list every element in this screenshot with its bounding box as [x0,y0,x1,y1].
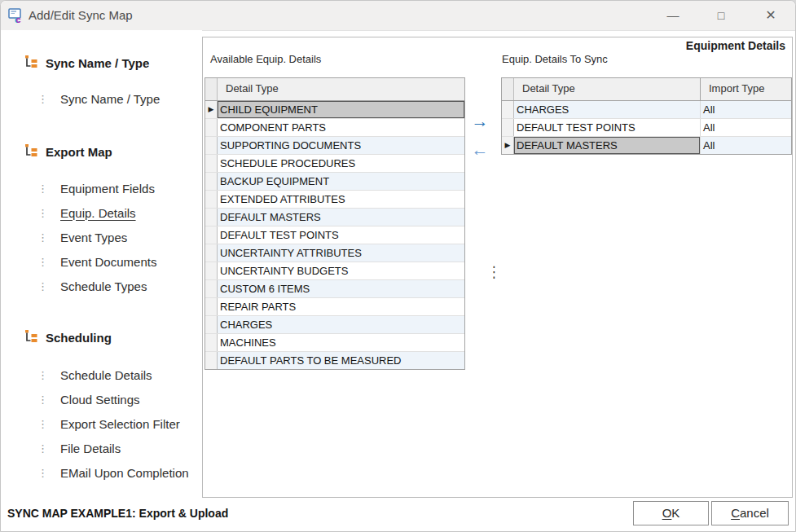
grid-row[interactable]: COMPONENT PARTS [205,119,464,137]
sidebar-item-label: Event Documents [60,255,156,269]
close-button[interactable]: ✕ [751,1,790,30]
indicator-header-cell [205,78,218,100]
move-left-button[interactable]: ← [468,141,491,159]
add-edit-sync-map-dialog: c c Add/Edit Sync Map — □ ✕ Sync Name / … [0,0,796,532]
drag-dots-icon: ⋮ [37,394,48,405]
grid-row[interactable]: DEFAULT TEST POINTS All [502,119,791,137]
grid-row[interactable]: DEFAULT MASTERS [205,209,464,226]
sidebar: Sync Name / Type ⋮ Sync Name / Type Expo… [1,30,202,499]
indicator-cell [205,137,218,154]
detail-type-cell: UNCERTAINTY ATTRIBUTES [218,244,464,262]
sidebar-item-schedule-details[interactable]: ⋮ Schedule Details [1,366,152,384]
section-tree-icon [24,55,38,71]
ok-accel: O [662,506,672,520]
grid-header-row: Detail Type [205,78,464,101]
details-to-sync-grid: Detail Type Import Type CHARGES All DEFA… [501,77,792,155]
indicator-cell [205,209,218,226]
detail-type-cell: REPAIR PARTS [218,298,464,315]
sidebar-item-event-types[interactable]: ⋮ Event Types [1,228,127,246]
sidebar-item-label: EMail Upon Completion [60,466,189,480]
indicator-cell [205,280,218,297]
footer-bar: SYNC MAP EXAMPLE1: Export & Upload OK Ca… [1,499,796,532]
sidebar-item-label: Equipment Fields [60,182,155,196]
grid-row[interactable]: DEFAULT PARTS TO BE MEASURED [205,352,464,369]
minimize-button[interactable]: — [653,1,693,30]
indicator-cell [205,226,218,244]
drag-dots-icon: ⋮ [37,281,48,292]
ok-rest: K [671,506,679,520]
detail-type-cell: CHARGES [514,101,701,118]
grid-row[interactable]: SCHEDULE PROCEDURES [205,155,464,173]
sidebar-item-label: Schedule Details [60,368,152,382]
indicator-cell [205,173,218,190]
detail-type-cell: BACKUP EQUIPMENT [218,173,464,190]
sidebar-item-cloud-settings[interactable]: ⋮ Cloud Settings [1,390,140,408]
indicator-cell [205,191,218,208]
indicator-cell: ▶ [205,101,218,118]
column-header-detail-type[interactable]: Detail Type [514,78,701,100]
sidebar-item-label: Sync Name / Type [60,92,160,106]
available-details-grid: Detail Type ▶ CHILD EQUIPMENT COMPONENT … [204,77,465,370]
drag-dots-icon: ⋮ [37,443,48,454]
detail-type-cell: DEFAULT MASTERS [218,209,464,226]
detail-type-cell: SUPPORTING DOCUMENTS [218,137,464,154]
cancel-accel: C [731,506,740,520]
column-header-detail-type[interactable]: Detail Type [218,78,464,100]
grid-row-selected[interactable]: ▶ DEFAULT MASTERS All [502,137,791,154]
move-right-button[interactable]: → [468,112,491,130]
import-type-cell: All [701,101,791,118]
splitter-handle-icon[interactable]: ⋮ [488,263,500,282]
drag-dots-icon: ⋮ [37,208,48,218]
detail-type-cell: DEFAULT TEST POINTS [218,226,464,244]
to-sync-list-label: Equip. Details To Sync [502,53,608,65]
grid-row[interactable]: EXTENDED ATTRIBUTES [205,191,464,209]
sync-map-status-text: SYNC MAP EXAMPLE1: Export & Upload [7,507,228,520]
indicator-cell [205,244,218,262]
drag-dots-icon: ⋮ [37,419,48,429]
section-label: Scheduling [46,331,112,345]
detail-type-cell: DEFAULT TEST POINTS [514,119,701,136]
grid-row[interactable]: MACHINES [205,334,464,352]
sidebar-item-label: Export Selection Filter [60,417,180,431]
column-header-import-type[interactable]: Import Type [701,78,791,100]
ok-button[interactable]: OK [633,501,709,525]
grid-row[interactable]: UNCERTAINTY ATTRIBUTES [205,244,464,262]
sidebar-item-equipment-fields[interactable]: ⋮ Equipment Fields [1,179,155,197]
detail-type-cell: UNCERTAINTY BUDGETS [218,262,464,279]
section-tree-icon [24,143,38,160]
grid-row[interactable]: BACKUP EQUIPMENT [205,173,464,191]
sidebar-item-label-active: Equip. Details [60,206,136,220]
current-row-indicator-icon: ▶ [209,106,214,113]
maximize-button[interactable]: □ [702,1,740,30]
available-list-label: Available Equip. Details [210,53,321,65]
grid-row[interactable]: CHARGES [205,316,464,334]
detail-type-cell: EXTENDED ATTRIBUTES [218,191,464,208]
import-type-cell: All [701,119,791,136]
drag-dots-icon: ⋮ [37,370,48,380]
grid-row[interactable]: DEFAULT TEST POINTS [205,226,464,244]
grid-row-selected[interactable]: ▶ CHILD EQUIPMENT [205,101,464,119]
sidebar-section-sync-name-type: Sync Name / Type [1,54,149,72]
detail-type-cell: CHARGES [218,316,464,333]
drag-dots-icon: ⋮ [37,232,48,243]
sidebar-item-equip-details[interactable]: ⋮ Equip. Details [1,204,136,222]
detail-type-cell: DEFAULT PARTS TO BE MEASURED [218,352,464,369]
grid-row[interactable]: REPAIR PARTS [205,298,464,316]
grid-row[interactable]: SUPPORTING DOCUMENTS [205,137,464,155]
indicator-cell [205,352,218,369]
sidebar-item-sync-name-type[interactable]: ⋮ Sync Name / Type [1,90,160,108]
grid-row[interactable]: CHARGES All [502,101,791,119]
section-label: Export Map [46,145,112,159]
drag-dots-icon: ⋮ [37,183,48,194]
detail-type-cell: CUSTOM 6 ITEMS [218,280,464,297]
grid-row[interactable]: UNCERTAINTY BUDGETS [205,262,464,280]
cancel-button[interactable]: Cancel [711,501,789,525]
sidebar-item-event-documents[interactable]: ⋮ Event Documents [1,253,156,270]
sidebar-item-email-upon-completion[interactable]: ⋮ EMail Upon Completion [1,464,189,481]
sidebar-item-export-selection-filter[interactable]: ⋮ Export Selection Filter [1,415,180,433]
section-label: Sync Name / Type [46,56,149,70]
equipment-details-panel: Equipment Details Available Equip. Detai… [202,37,793,498]
sidebar-item-file-details[interactable]: ⋮ File Details [1,439,121,457]
sidebar-item-schedule-types[interactable]: ⋮ Schedule Types [1,277,147,295]
grid-row[interactable]: CUSTOM 6 ITEMS [205,280,464,298]
